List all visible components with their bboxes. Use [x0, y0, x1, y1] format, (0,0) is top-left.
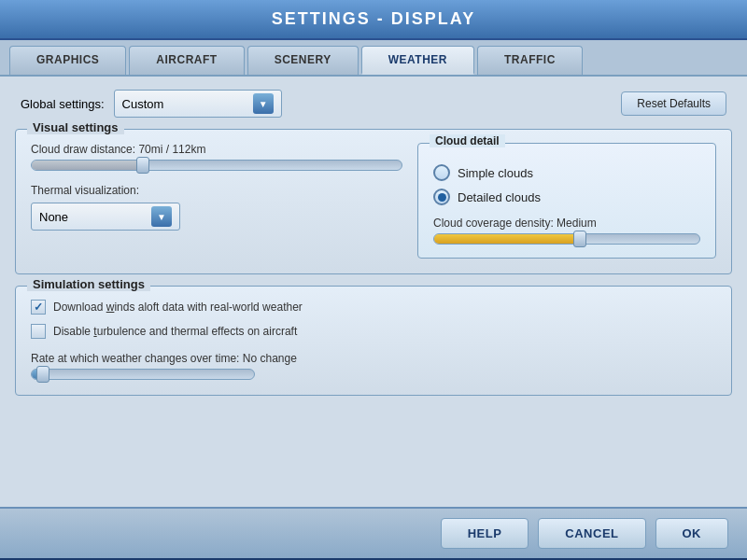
visual-settings-title: Visual settings [27, 120, 124, 134]
visual-settings-section: Visual settings Cloud draw distance: 70m… [15, 129, 732, 274]
cloud-draw-fill [32, 161, 143, 170]
simple-clouds-radio[interactable]: Simple clouds [433, 164, 700, 181]
tab-aircraft[interactable]: AIRCRAFT [129, 46, 244, 75]
thermal-label: Thermal visualization: [31, 184, 402, 197]
tab-graphics[interactable]: GRAPHICS [9, 46, 126, 75]
detailed-clouds-radio[interactable]: Detailed clouds [433, 189, 700, 205]
window-title: SETTINGS - DISPLAY [272, 9, 475, 28]
rate-label: Rate at which weather changes over time:… [31, 352, 716, 365]
title-bar: SETTINGS - DISPLAY [0, 0, 747, 40]
coverage-thumb[interactable] [573, 231, 586, 247]
dropdown-arrow-icon: ▼ [253, 93, 274, 114]
winds-checkbox-item[interactable]: ✓ Download winds aloft data with real-wo… [31, 300, 716, 315]
turbulence-checkbox[interactable] [31, 324, 46, 339]
global-settings-left: Global settings: Custom ▼ [21, 90, 282, 118]
help-button[interactable]: HELP [441, 518, 529, 549]
global-settings-label: Global settings: [21, 97, 105, 111]
cloud-draw-slider-container: Cloud draw distance: 70mi / 112km [31, 143, 402, 171]
thermal-row: Thermal visualization: None ▼ [31, 184, 402, 231]
cloud-detail-title: Cloud detail [430, 134, 505, 147]
simple-clouds-radio-outer [433, 164, 450, 181]
simulation-settings-section: Simulation settings ✓ Download winds alo… [15, 286, 732, 396]
global-settings-row: Global settings: Custom ▼ Reset Defaults [15, 90, 732, 118]
ok-button[interactable]: OK [655, 518, 729, 549]
thermal-dropdown-arrow-icon: ▼ [151, 206, 172, 227]
detailed-clouds-label: Detailed clouds [458, 190, 541, 204]
detailed-clouds-radio-inner [438, 193, 446, 202]
reset-defaults-button[interactable]: Reset Defaults [621, 91, 726, 116]
bottom-bar: HELP CANCEL OK [0, 507, 747, 558]
coverage-slider-container: Cloud coverage density: Medium [433, 217, 700, 245]
rate-slider-container: Rate at which weather changes over time:… [31, 352, 716, 380]
winds-label: Download winds aloft data with real-worl… [53, 301, 303, 314]
simulation-settings-title: Simulation settings [27, 277, 150, 291]
visual-settings-content: Cloud draw distance: 70mi / 112km Therma… [31, 143, 716, 259]
winds-check-icon: ✓ [34, 301, 43, 314]
content-area: Global settings: Custom ▼ Reset Defaults… [0, 77, 747, 507]
global-settings-dropdown[interactable]: Custom ▼ [114, 90, 282, 118]
cloud-draw-label: Cloud draw distance: 70mi / 112km [31, 143, 402, 156]
cloud-draw-thumb[interactable] [136, 157, 149, 174]
coverage-fill [434, 234, 580, 244]
tab-traffic[interactable]: TRAFFIC [477, 46, 583, 75]
main-container: GRAPHICS AIRCRAFT SCENERY WEATHER TRAFFI… [0, 40, 747, 558]
simple-clouds-label: Simple clouds [458, 166, 533, 180]
cloud-detail-box: Cloud detail Simple clouds Detailed clou… [417, 143, 716, 259]
turbulence-checkbox-item[interactable]: Disable turbulence and thermal effects o… [31, 324, 716, 339]
cancel-button[interactable]: CANCEL [538, 518, 645, 549]
global-settings-value: Custom [122, 97, 164, 111]
winds-checkbox[interactable]: ✓ [31, 300, 46, 315]
tab-weather[interactable]: WEATHER [361, 46, 474, 75]
thermal-value: None [39, 210, 68, 224]
visual-left: Cloud draw distance: 70mi / 112km Therma… [31, 143, 402, 259]
thermal-dropdown[interactable]: None ▼ [31, 203, 180, 231]
sim-settings-content: ✓ Download winds aloft data with real-wo… [31, 300, 716, 380]
cloud-draw-slider[interactable] [31, 160, 402, 171]
rate-thumb[interactable] [36, 366, 49, 383]
detailed-clouds-radio-outer [433, 189, 450, 205]
tab-scenery[interactable]: SCENERY [247, 46, 359, 75]
coverage-slider[interactable] [433, 233, 700, 245]
coverage-label: Cloud coverage density: Medium [433, 217, 700, 230]
turbulence-label: Disable turbulence and thermal effects o… [53, 325, 297, 338]
tabs-bar: GRAPHICS AIRCRAFT SCENERY WEATHER TRAFFI… [0, 40, 747, 77]
cloud-radio-group: Simple clouds Detailed clouds [433, 164, 700, 205]
rate-slider[interactable] [31, 369, 255, 380]
